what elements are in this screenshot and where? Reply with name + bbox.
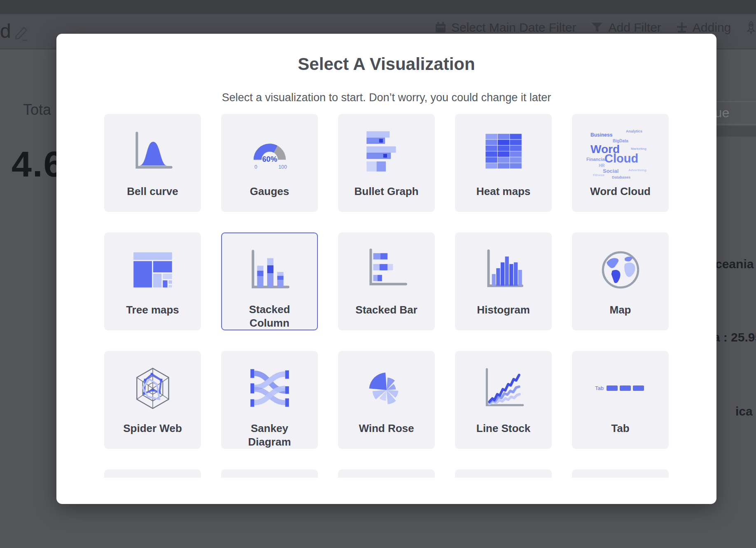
visualization-cards-grid: Bell curve 60% 0 100 Gauges <box>104 114 669 478</box>
backdrop-top-band <box>0 0 756 14</box>
wind-rose-icon <box>362 363 412 415</box>
word-cloud-word: Marketing <box>631 147 646 151</box>
adding-button[interactable]: Adding <box>693 21 731 35</box>
word-cloud-word: Business <box>590 132 612 138</box>
viz-card-bullet-graph[interactable]: Bullet Graph <box>338 114 435 212</box>
stacked-bar-icon <box>362 245 412 297</box>
backdrop-toolbar: Select Main Date Filter Add Filter Addin… <box>435 21 756 35</box>
viz-card-spider-web[interactable]: Spider Web <box>104 351 201 449</box>
viz-card-map[interactable]: Map <box>572 232 669 330</box>
globe-map-icon <box>595 245 646 297</box>
filter-funnel-icon[interactable] <box>591 22 603 33</box>
viz-card-label: Histogram <box>477 303 530 317</box>
plus-icon[interactable] <box>676 22 688 33</box>
tab-icon-label: Tab <box>595 385 604 391</box>
rocket-icon[interactable] <box>746 21 756 35</box>
bell-curve-icon <box>128 126 178 178</box>
add-filter-button[interactable]: Add Filter <box>608 21 661 35</box>
select-visualization-modal: Select A Visualization Select a visualiz… <box>56 34 716 504</box>
viz-card-label: Stacked Column <box>233 303 306 330</box>
bullet-graph-icon <box>362 126 412 178</box>
word-cloud-word: Cloud <box>604 152 638 165</box>
heat-map-icon <box>478 126 529 178</box>
word-cloud-word: Financial <box>586 157 606 162</box>
backdrop-legend-oceania: ceania : 8 <box>715 257 756 271</box>
viz-card-stub[interactable] <box>338 469 435 478</box>
viz-card-label: Bell curve <box>127 185 178 198</box>
viz-card-stub[interactable] <box>572 469 669 478</box>
edit-pencil-icon[interactable] <box>13 25 30 44</box>
word-cloud-word: Fitness <box>593 173 604 177</box>
viz-card-label: Tree maps <box>126 303 179 317</box>
viz-card-label: Sankey Diagram <box>233 422 306 448</box>
viz-card-bell-curve[interactable]: Bell curve <box>104 114 201 212</box>
screen: { "backdrop": { "window_title_fragment":… <box>0 0 756 548</box>
viz-card-label: Line Stock <box>476 422 530 435</box>
viz-card-histogram[interactable]: Histogram <box>455 232 552 330</box>
viz-card-heat-maps[interactable]: Heat maps <box>455 114 552 212</box>
viz-card-label: Gauges <box>250 185 289 198</box>
backdrop-metric-label: Tota <box>23 101 51 118</box>
viz-card-stacked-bar[interactable]: Stacked Bar <box>338 232 435 330</box>
viz-card-sankey-diagram[interactable]: Sankey Diagram <box>221 351 318 449</box>
line-stock-icon <box>478 363 529 415</box>
tab-icon: Tab <box>592 363 649 415</box>
word-cloud-word: Advertising <box>628 168 646 172</box>
viz-card-label: Word Cloud <box>590 185 651 198</box>
viz-card-stub[interactable] <box>221 469 318 478</box>
viz-card-label: Wind Rose <box>359 422 414 435</box>
viz-card-gauges[interactable]: 60% 0 100 Gauges <box>221 114 318 212</box>
word-cloud-icon: Business Analytics BigData Word Marketin… <box>586 125 654 179</box>
viz-card-label: Spider Web <box>123 422 182 435</box>
viz-card-label: Tab <box>611 422 629 435</box>
viz-card-label: Heat maps <box>476 185 531 198</box>
tree-map-icon <box>128 245 178 297</box>
viz-card-word-cloud[interactable]: Business Analytics BigData Word Marketin… <box>572 114 669 212</box>
word-cloud-word: Analytics <box>626 129 642 133</box>
select-main-date-filter-button[interactable]: Select Main Date Filter <box>451 21 576 35</box>
viz-card-stub[interactable] <box>104 469 201 478</box>
dashboard-title-fragment: d <box>0 20 11 42</box>
viz-card-stacked-column[interactable]: Stacked Column <box>221 232 318 330</box>
viz-card-label: Bullet Graph <box>354 185 418 198</box>
word-cloud-word: Social <box>603 168 618 174</box>
gauge-min: 0 <box>254 164 257 170</box>
viz-card-tab[interactable]: Tab Tab <box>572 351 669 449</box>
gauge-value: 60% <box>262 155 277 163</box>
spider-web-icon <box>128 363 178 415</box>
histogram-icon <box>478 245 529 297</box>
viz-card-tree-maps[interactable]: Tree maps <box>104 232 201 330</box>
calendar-icon[interactable] <box>435 21 446 34</box>
viz-card-wind-rose[interactable]: Wind Rose <box>338 351 435 449</box>
viz-card-stub[interactable] <box>455 469 552 478</box>
viz-card-label: Map <box>610 303 631 317</box>
gauge-icon: 60% 0 100 <box>245 126 295 178</box>
backdrop-legend-africa: ica <box>735 404 753 418</box>
word-cloud-word: Databases <box>612 175 630 179</box>
modal-title: Select A Visualization <box>56 54 716 74</box>
stacked-column-icon <box>245 245 295 297</box>
viz-card-line-stock[interactable]: Line Stock <box>455 351 552 449</box>
modal-subtitle: Select a visualization to start. Don’t w… <box>56 91 716 104</box>
sankey-diagram-icon <box>245 363 295 415</box>
gauge-max: 100 <box>278 164 287 170</box>
viz-card-label: Stacked Bar <box>355 303 417 317</box>
word-cloud-word: HR <box>599 163 604 168</box>
